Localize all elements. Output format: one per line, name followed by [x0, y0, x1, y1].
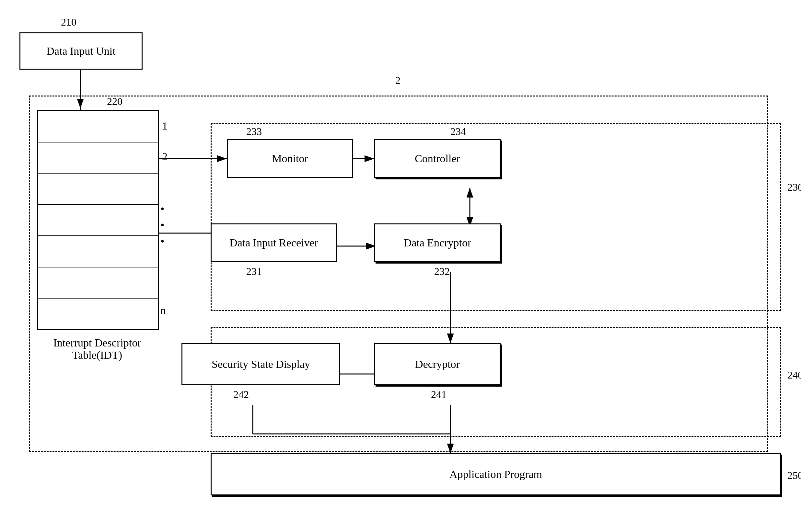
security-state-display-box: Security State Display [181, 343, 340, 385]
ref-231: 231 [246, 266, 262, 278]
ref-2: 2 [395, 75, 401, 87]
data-input-receiver-box: Data Input Receiver [211, 224, 337, 262]
ref-232: 232 [434, 266, 450, 278]
application-program-box: Application Program [211, 453, 781, 495]
ref-241: 241 [431, 388, 447, 401]
ref-210: 210 [61, 16, 76, 28]
ref-234: 234 [450, 126, 466, 138]
ref-242: 242 [233, 388, 249, 401]
controller-box: Controller [374, 139, 500, 178]
ref-240: 240 [787, 369, 801, 381]
decryptor-box: Decryptor [374, 343, 500, 385]
ref-233: 233 [246, 126, 262, 138]
data-input-unit-box: Data Input Unit [19, 32, 143, 70]
ref-250: 250 [787, 470, 801, 481]
data-encryptor-box: Data Encryptor [374, 224, 500, 262]
monitor-box: Monitor [227, 139, 353, 178]
ref-230: 230 [787, 181, 801, 193]
